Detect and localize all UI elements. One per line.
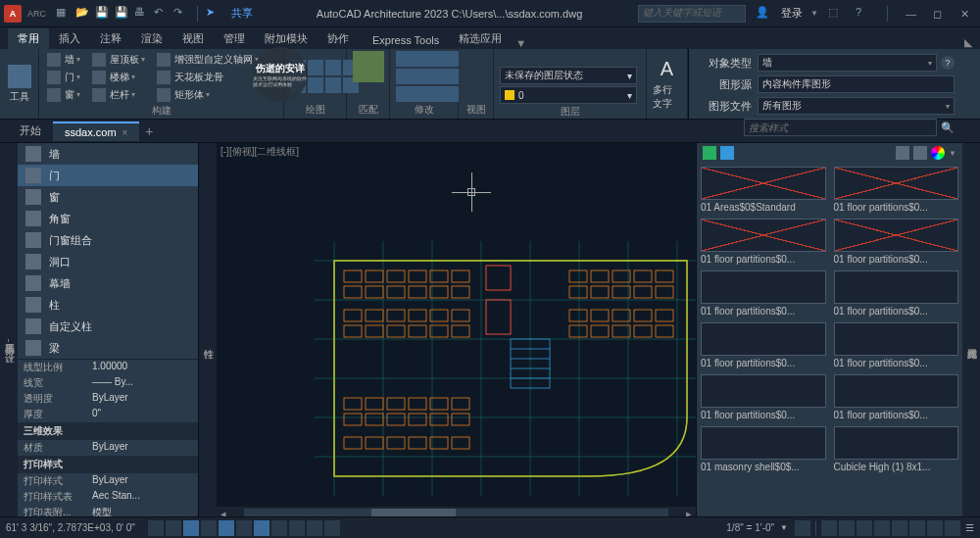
layer5-icon[interactable]	[563, 51, 576, 65]
sb-otrack-icon[interactable]	[289, 520, 305, 536]
search-icon[interactable]: 🔍	[941, 122, 955, 134]
styles-dropdown-icon[interactable]: ▼	[949, 149, 956, 158]
qat-save-icon[interactable]: 💾	[95, 6, 111, 22]
login-dropdown-icon[interactable]: ▼	[810, 9, 818, 18]
help-search-input[interactable]: 键入关键字或短语	[638, 5, 746, 23]
rotate-icon[interactable]	[427, 51, 443, 67]
offset-icon[interactable]	[427, 86, 443, 102]
layer-state-dropdown[interactable]: 未保存的图层状态▾	[500, 67, 637, 84]
help-icon[interactable]: ?	[941, 56, 955, 70]
qat-undo-icon[interactable]: ↶	[154, 6, 170, 22]
scale-dropdown-icon[interactable]: ▼	[780, 523, 788, 532]
fillet-icon[interactable]	[396, 86, 412, 102]
circle-icon[interactable]	[325, 60, 341, 75]
style-item[interactable]: 01 floor partitions$0...	[701, 322, 826, 368]
left-tab-props[interactable]: 特性	[199, 143, 217, 538]
ribbon-tab-featured[interactable]: 精选应用	[449, 28, 512, 49]
palette-window[interactable]: 窗	[18, 186, 198, 208]
tools-button[interactable]: 工具	[6, 58, 32, 111]
view-large-icon[interactable]	[896, 146, 909, 160]
left-tab-tools[interactable]: 工具选项板 - 设计	[0, 143, 18, 538]
sb-ws-icon[interactable]	[839, 520, 855, 536]
viewport-label[interactable]: [-][俯视][二维线框]	[220, 145, 299, 159]
ellipse-icon[interactable]	[308, 77, 323, 93]
polyline-icon[interactable]	[308, 60, 323, 75]
palette-assembly[interactable]: 门窗组合	[18, 229, 198, 251]
palette-curtain[interactable]: 幕墙	[18, 272, 198, 294]
obj-type-dropdown[interactable]: 墙▾	[758, 54, 937, 72]
layer7-icon[interactable]	[594, 51, 608, 65]
ribbon-tab-overflow-icon[interactable]: ▼	[515, 37, 526, 49]
login-button[interactable]: 登录	[781, 6, 803, 21]
sb-custom-icon[interactable]	[945, 520, 960, 536]
sb-clean-icon[interactable]	[927, 520, 943, 536]
mirror-icon[interactable]	[396, 69, 412, 84]
match-icon[interactable]	[353, 51, 384, 82]
minimize-icon[interactable]: —	[906, 8, 917, 20]
qat-plot-icon[interactable]: 🖶	[134, 6, 150, 22]
sb-osnap-icon[interactable]	[254, 520, 270, 536]
copy-icon[interactable]	[412, 51, 427, 67]
style-search-input[interactable]	[744, 119, 938, 136]
sb-trans-icon[interactable]	[324, 520, 340, 536]
sb-3dosnap-icon[interactable]	[271, 520, 287, 536]
share-icon[interactable]: ➤	[206, 6, 221, 22]
coords-readout[interactable]: 61' 3 3/16", 2.7873E+03, 0' 0"	[6, 522, 135, 533]
layer6-icon[interactable]	[578, 51, 592, 65]
style-item[interactable]: 01 masonry shell$0$...	[701, 426, 826, 472]
ribbon-tab-express[interactable]: Express Tools	[363, 31, 449, 49]
sb-anno-icon[interactable]	[821, 520, 837, 536]
ribbon-tab-render[interactable]: 渲染	[131, 28, 172, 49]
sb-cut-icon[interactable]	[874, 520, 890, 536]
ceiling-button[interactable]: 天花板龙骨	[155, 69, 261, 85]
file-dropdown[interactable]: 所有图形▾	[758, 97, 955, 115]
style-item[interactable]: 01 floor partitions$0...	[701, 270, 826, 317]
ribbon-tab-view[interactable]: 视图	[172, 28, 214, 49]
grid-button[interactable]: 增强型自定义轴网▾	[155, 51, 261, 68]
sb-gear-icon[interactable]	[795, 520, 810, 536]
qat-saveas-icon[interactable]: 💾	[115, 6, 130, 22]
model-viewport[interactable]: [-][俯视][二维线框]	[217, 143, 696, 538]
import-style-icon[interactable]	[720, 146, 734, 160]
style-item[interactable]: 01 floor partitions$0...	[834, 167, 959, 213]
add-style-icon[interactable]	[703, 146, 716, 160]
array-icon[interactable]	[443, 69, 459, 84]
stair-button[interactable]: 楼梯▾	[90, 69, 147, 85]
src-dropdown[interactable]: 内容构件库图形	[758, 75, 955, 93]
ribbon-tab-insert[interactable]: 插入	[49, 28, 90, 49]
autodesk-app-icon[interactable]: ⬚	[828, 6, 844, 22]
window-button[interactable]: 窗▾	[45, 86, 82, 103]
erase-icon[interactable]	[443, 86, 459, 102]
user-icon[interactable]: 👤	[756, 6, 771, 22]
hatch-icon[interactable]	[325, 77, 341, 93]
palette-opening[interactable]: 洞口	[18, 251, 198, 272]
layer1-icon[interactable]	[500, 51, 514, 65]
right-tab-styles[interactable]: 样式浏览器	[962, 143, 980, 538]
style-item[interactable]: 01 Areas$0$Standard	[701, 167, 826, 213]
qat-redo-icon[interactable]: ↷	[173, 6, 189, 22]
sb-lw-icon[interactable]	[307, 520, 322, 536]
layer9-icon[interactable]	[625, 51, 639, 65]
color-wheel-icon[interactable]	[931, 146, 945, 160]
ribbon-minimize-icon[interactable]: ◣	[964, 36, 972, 49]
qat-new-icon[interactable]: ▦	[56, 6, 72, 22]
tab-close-icon[interactable]: ×	[122, 127, 128, 138]
scale-icon[interactable]	[427, 69, 443, 84]
ribbon-tab-addins[interactable]: 附加模块	[255, 28, 318, 49]
palette-column[interactable]: 柱	[18, 294, 198, 316]
rect-button[interactable]: 矩形体▾	[155, 86, 261, 103]
help-icon[interactable]: ?	[856, 6, 871, 22]
palette-custom-column[interactable]: 自定义柱	[18, 316, 198, 337]
style-item[interactable]: 01 floor partitions$0...	[834, 322, 959, 368]
maximize-icon[interactable]: ◻	[933, 8, 945, 20]
layer2-icon[interactable]	[515, 51, 529, 65]
palette-wall[interactable]: 墙	[18, 143, 198, 165]
mtext-button[interactable]: A多行文字	[653, 58, 681, 111]
trim-icon[interactable]	[443, 51, 459, 67]
view-pan-icon[interactable]	[467, 71, 485, 88]
tab-add-icon[interactable]: +	[139, 123, 159, 139]
qat-open-icon[interactable]: 📂	[75, 6, 91, 22]
palette-beam[interactable]: 梁	[18, 337, 198, 359]
explode-icon[interactable]	[412, 86, 427, 102]
ribbon-tab-home[interactable]: 常用	[8, 28, 49, 49]
